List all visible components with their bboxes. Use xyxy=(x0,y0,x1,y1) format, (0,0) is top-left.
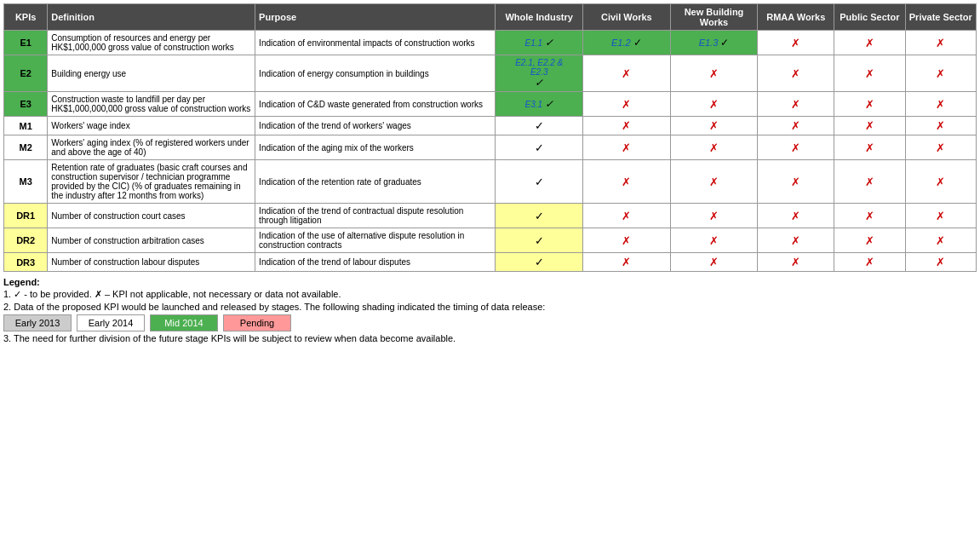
public-sector-cell: ✗ xyxy=(834,92,905,117)
new-building-works-cell: ✗ xyxy=(670,160,758,204)
purpose-cell: Indication of energy consumption in buil… xyxy=(255,55,496,92)
public-sector-cell: ✗ xyxy=(834,117,905,135)
private-sector-cell: ✗ xyxy=(905,117,976,135)
public-sector-cell: ✗ xyxy=(834,253,905,272)
whole-industry-cell: E1.1 ✓ xyxy=(496,31,583,55)
table-row: E2Building energy useIndication of energ… xyxy=(4,55,977,92)
kpi-label: E2 xyxy=(4,55,48,92)
kpi-label: E1 xyxy=(4,31,48,55)
public-sector-cell: ✗ xyxy=(834,31,905,55)
header-new-building-works: New Building Works xyxy=(670,4,758,31)
definition-cell: Retention rate of graduates (basic craft… xyxy=(48,160,255,204)
table-row: M2Workers' aging index (% of registered … xyxy=(4,135,977,160)
whole-industry-cell: ✓ xyxy=(496,117,583,135)
kpi-label: M3 xyxy=(4,160,48,204)
purpose-cell: Indication of the trend of contractual d… xyxy=(255,204,496,228)
table-row: DR2Number of construction arbitration ca… xyxy=(4,228,977,253)
header-public-sector: Public Sector xyxy=(834,4,905,31)
purpose-cell: Indication of environmental impacts of c… xyxy=(255,31,496,55)
header-whole-industry: Whole Industry xyxy=(496,4,583,31)
civil-works-cell: ✗ xyxy=(583,55,671,92)
private-sector-cell: ✗ xyxy=(905,228,976,253)
rmaa-works-cell: ✗ xyxy=(758,92,834,117)
private-sector-cell: ✗ xyxy=(905,135,976,160)
table-row: E3Construction waste to landfill per day… xyxy=(4,92,977,117)
new-building-works-cell: ✗ xyxy=(670,117,758,135)
public-sector-cell: ✗ xyxy=(834,55,905,92)
purpose-cell: Indication of the use of alternative dis… xyxy=(255,228,496,253)
purpose-cell: Indication of the trend of workers' wage… xyxy=(255,117,496,135)
legend-early2014: Early 2014 xyxy=(77,314,145,331)
whole-industry-cell: ✓ xyxy=(496,135,583,160)
legend-item3: 3. The need for further division of the … xyxy=(3,333,977,343)
rmaa-works-cell: ✗ xyxy=(758,135,834,160)
purpose-cell: Indication of the retention rate of grad… xyxy=(255,160,496,204)
legend-mid2014: Mid 2014 xyxy=(150,314,218,331)
rmaa-works-cell: ✗ xyxy=(758,31,834,55)
table-row: DR3Number of construction labour dispute… xyxy=(4,253,977,272)
whole-industry-cell: ✓ xyxy=(496,228,583,253)
kpi-label: M2 xyxy=(4,135,48,160)
purpose-cell: Indication of the trend of labour disput… xyxy=(255,253,496,272)
header-purpose: Purpose xyxy=(255,4,496,31)
definition-cell: Construction waste to landfill per day p… xyxy=(48,92,255,117)
header-kpi: KPIs xyxy=(4,4,48,31)
definition-cell: Number of construction labour disputes xyxy=(48,253,255,272)
definition-cell: Building energy use xyxy=(48,55,255,92)
table-row: E1Consumption of resources and energy pe… xyxy=(4,31,977,55)
private-sector-cell: ✗ xyxy=(905,160,976,204)
whole-industry-cell: E2.1, E2.2 &E2.3✓ xyxy=(496,55,583,92)
kpi-label: DR1 xyxy=(4,204,48,228)
kpi-label: M1 xyxy=(4,117,48,135)
whole-industry-cell: ✓ xyxy=(496,253,583,272)
new-building-works-cell: ✗ xyxy=(670,228,758,253)
legend-color-boxes: Early 2013 Early 2014 Mid 2014 Pending xyxy=(3,314,977,331)
civil-works-cell: ✗ xyxy=(583,228,671,253)
definition-cell: Workers' aging index (% of registered wo… xyxy=(48,135,255,160)
private-sector-cell: ✗ xyxy=(905,204,976,228)
rmaa-works-cell: ✗ xyxy=(758,204,834,228)
new-building-works-cell: ✗ xyxy=(670,204,758,228)
kpi-label: E3 xyxy=(4,92,48,117)
new-building-works-cell: ✗ xyxy=(670,135,758,160)
whole-industry-cell: ✓ xyxy=(496,160,583,204)
rmaa-works-cell: ✗ xyxy=(758,160,834,204)
legend-title: Legend: xyxy=(3,277,977,287)
civil-works-cell: ✗ xyxy=(583,204,671,228)
whole-industry-cell: ✓ xyxy=(496,204,583,228)
rmaa-works-cell: ✗ xyxy=(758,253,834,272)
definition-cell: Number of construction arbitration cases xyxy=(48,228,255,253)
definition-cell: Number of construction court cases xyxy=(48,204,255,228)
private-sector-cell: ✗ xyxy=(905,55,976,92)
public-sector-cell: ✗ xyxy=(834,228,905,253)
kpi-label: DR3 xyxy=(4,253,48,272)
civil-works-cell: E1.2 ✓ xyxy=(583,31,671,55)
new-building-works-cell: ✗ xyxy=(670,55,758,92)
new-building-works-cell: ✗ xyxy=(670,92,758,117)
private-sector-cell: ✗ xyxy=(905,253,976,272)
private-sector-cell: ✗ xyxy=(905,31,976,55)
kpi-label: DR2 xyxy=(4,228,48,253)
header-definition: Definition xyxy=(48,4,255,31)
header-private-sector: Private Sector xyxy=(905,4,976,31)
table-row: DR1Number of construction court casesInd… xyxy=(4,204,977,228)
legend-section: Legend: 1. ✓ - to be provided. ✗ – KPI n… xyxy=(3,277,977,343)
header-civil-works: Civil Works xyxy=(583,4,671,31)
rmaa-works-cell: ✗ xyxy=(758,117,834,135)
purpose-cell: Indication of the aging mix of the worke… xyxy=(255,135,496,160)
legend-item2: 2. Data of the proposed KPI would be lau… xyxy=(3,302,977,312)
legend-pending: Pending xyxy=(223,314,291,331)
new-building-works-cell: E1.3 ✓ xyxy=(670,31,758,55)
header-rmaa-works: RMAA Works xyxy=(758,4,834,31)
purpose-cell: Indication of C&D waste generated from c… xyxy=(255,92,496,117)
civil-works-cell: ✗ xyxy=(583,160,671,204)
new-building-works-cell: ✗ xyxy=(670,253,758,272)
civil-works-cell: ✗ xyxy=(583,135,671,160)
public-sector-cell: ✗ xyxy=(834,204,905,228)
private-sector-cell: ✗ xyxy=(905,92,976,117)
rmaa-works-cell: ✗ xyxy=(758,228,834,253)
table-row: M1Workers' wage indexIndication of the t… xyxy=(4,117,977,135)
civil-works-cell: ✗ xyxy=(583,253,671,272)
whole-industry-cell: E3.1 ✓ xyxy=(496,92,583,117)
public-sector-cell: ✗ xyxy=(834,160,905,204)
